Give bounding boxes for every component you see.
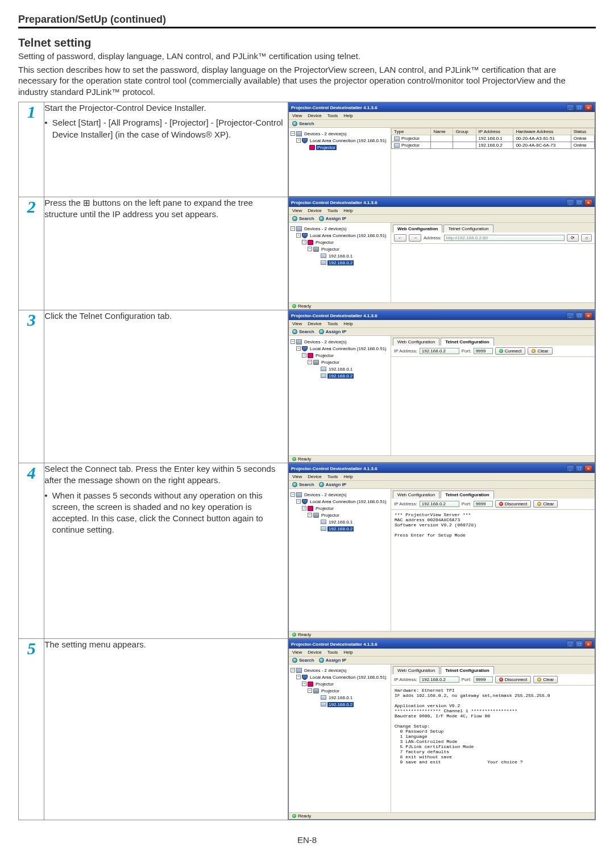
tree-item[interactable]: −Local Area Connection (192.168.0.51)	[291, 674, 389, 680]
minimize-button[interactable]: _	[566, 465, 574, 472]
menu-device[interactable]: Device	[308, 321, 321, 326]
maximize-button[interactable]: □	[575, 312, 583, 319]
menu-view[interactable]: View	[292, 321, 302, 326]
tree-pane[interactable]: −Devices - 2 device(s)−Local Area Connec…	[289, 336, 391, 455]
menu-tools[interactable]: Tools	[327, 474, 338, 479]
ip-address-field[interactable]: 192.168.0.2	[420, 501, 459, 507]
close-button[interactable]: ×	[584, 312, 592, 319]
list-header[interactable]: Name	[431, 128, 453, 135]
close-button[interactable]: ×	[584, 104, 592, 111]
refresh-button[interactable]: ⟳	[567, 234, 579, 242]
minimize-button[interactable]: _	[566, 199, 574, 206]
ip-address-field[interactable]: 192.168.0.2	[420, 348, 459, 354]
expand-toggle[interactable]: −	[308, 688, 312, 693]
tree-item[interactable]: 192.168.0.1	[291, 252, 389, 259]
expand-toggle[interactable]: −	[296, 675, 301, 679]
minimize-button[interactable]: _	[566, 641, 574, 647]
clear-button[interactable]: Clear	[533, 676, 558, 683]
expand-toggle[interactable]: −	[302, 682, 306, 686]
list-row[interactable]: Projector192.168.0.100-20-4A-A3-81-51Onl…	[392, 135, 595, 142]
toolbar-assign-ip[interactable]: Assign IP	[319, 329, 346, 334]
toolbar-search[interactable]: Search	[292, 482, 314, 487]
menu-view[interactable]: View	[292, 208, 302, 213]
tree-item[interactable]: −Devices - 2 device(s)	[291, 130, 389, 137]
tree-item[interactable]: −Local Area Connection (192.168.0.51)	[291, 498, 389, 505]
expand-toggle[interactable]: −	[308, 360, 312, 364]
menu-device[interactable]: Device	[308, 474, 321, 479]
expand-toggle[interactable]: −	[291, 668, 295, 672]
menu-tools[interactable]: Tools	[327, 208, 338, 213]
telnet-console[interactable]: Hardware: Ethernet TPI IF adds 192.168.0…	[391, 686, 595, 794]
back-button[interactable]: ←	[394, 234, 406, 242]
list-header[interactable]: Status	[571, 128, 594, 135]
menu-device[interactable]: Device	[308, 208, 321, 213]
tree-item[interactable]: −Devices - 2 device(s)	[291, 491, 389, 498]
clear-button[interactable]: Clear	[533, 500, 558, 508]
toolbar-search[interactable]: Search	[292, 658, 314, 663]
expand-toggle[interactable]: −	[296, 233, 301, 238]
expand-toggle[interactable]: −	[291, 131, 295, 136]
expand-toggle[interactable]: −	[291, 226, 295, 231]
tree-item[interactable]: −Devices - 2 device(s)	[291, 338, 389, 345]
menu-view[interactable]: View	[292, 650, 302, 655]
tab-telnet-configuration[interactable]: Telnet Configuration	[441, 666, 494, 674]
tab-telnet-configuration[interactable]: Telnet Configuration	[441, 491, 494, 499]
tree-item[interactable]: 192.168.0.1	[291, 518, 389, 525]
tree-item[interactable]: 192.168.0.2	[291, 372, 389, 379]
expand-toggle[interactable]: −	[296, 499, 301, 504]
tab-telnet-configuration[interactable]: Telnet Configuration	[443, 225, 493, 232]
list-header[interactable]: Group	[453, 128, 476, 135]
minimize-button[interactable]: _	[566, 312, 574, 319]
toolbar-search[interactable]: Search	[292, 216, 314, 221]
expand-toggle[interactable]: −	[296, 138, 301, 143]
toolbar-assign-ip[interactable]: Assign IP	[319, 482, 346, 487]
tree-item[interactable]: −Projector	[291, 505, 389, 512]
home-button[interactable]: ⌂	[581, 234, 592, 242]
tree-item[interactable]: −Devices - 2 device(s)	[291, 667, 389, 674]
tree-item[interactable]: 192.168.0.2	[291, 259, 389, 266]
address-field[interactable]: http://192.168.0.2:80	[444, 235, 565, 241]
tab-web-configuration[interactable]: Web Configuration	[393, 666, 439, 674]
port-field[interactable]: 9999	[474, 676, 493, 683]
port-field[interactable]: 9999	[474, 501, 493, 507]
list-row[interactable]: Projector192.168.0.200-20-4A-8C-6A-73Onl…	[392, 142, 595, 149]
toolbar-search[interactable]: Search	[292, 329, 314, 334]
tree-item[interactable]: −Local Area Connection (192.168.0.51)	[291, 137, 389, 144]
tree-item[interactable]: −Projector	[291, 359, 389, 366]
telnet-console[interactable]	[391, 357, 595, 437]
menu-help[interactable]: Help	[343, 474, 352, 479]
tree-pane[interactable]: −Devices - 2 device(s)−Local Area Connec…	[289, 489, 391, 631]
minimize-button[interactable]: _	[566, 104, 574, 111]
menu-tools[interactable]: Tools	[327, 650, 338, 655]
menu-help[interactable]: Help	[343, 321, 352, 326]
menu-tools[interactable]: Tools	[327, 321, 338, 326]
close-button[interactable]: ×	[584, 641, 592, 647]
maximize-button[interactable]: □	[575, 465, 583, 472]
tab-telnet-configuration[interactable]: Telnet Configuration	[441, 338, 494, 346]
tab-web-configuration[interactable]: Web Configuration	[393, 338, 439, 346]
tree-item[interactable]: −Projector	[291, 352, 389, 359]
connect-button[interactable]: Connect	[495, 347, 526, 355]
close-button[interactable]: ×	[584, 199, 592, 206]
tab-web-configuration[interactable]: Web Configuration	[393, 225, 442, 232]
menu-help[interactable]: Help	[343, 113, 352, 118]
menu-view[interactable]: View	[292, 113, 302, 118]
menu-tools[interactable]: Tools	[327, 113, 338, 118]
close-button[interactable]: ×	[584, 465, 592, 472]
tab-web-configuration[interactable]: Web Configuration	[393, 491, 439, 499]
tree-item[interactable]: −Devices - 2 device(s)	[291, 225, 389, 232]
tree-pane[interactable]: −Devices - 2 device(s)−Local Area Connec…	[289, 665, 391, 812]
tree-item[interactable]: 192.168.0.1	[291, 694, 389, 701]
menu-help[interactable]: Help	[343, 650, 352, 655]
tree-pane[interactable]: −Devices - 2 device(s)−Local Area Connec…	[289, 128, 391, 196]
list-header[interactable]: Hardware Address	[513, 128, 571, 135]
tree-item[interactable]: 192.168.0.2	[291, 701, 389, 708]
clear-button[interactable]: Clear	[528, 347, 552, 355]
expand-toggle[interactable]: −	[308, 247, 312, 251]
expand-toggle[interactable]: −	[296, 346, 301, 351]
toolbar-assign-ip[interactable]: Assign IP	[319, 216, 346, 221]
list-header[interactable]: IP Address	[476, 128, 513, 135]
tree-item[interactable]: −Projector	[291, 512, 389, 518]
maximize-button[interactable]: □	[575, 641, 583, 647]
expand-toggle[interactable]: −	[291, 492, 295, 497]
